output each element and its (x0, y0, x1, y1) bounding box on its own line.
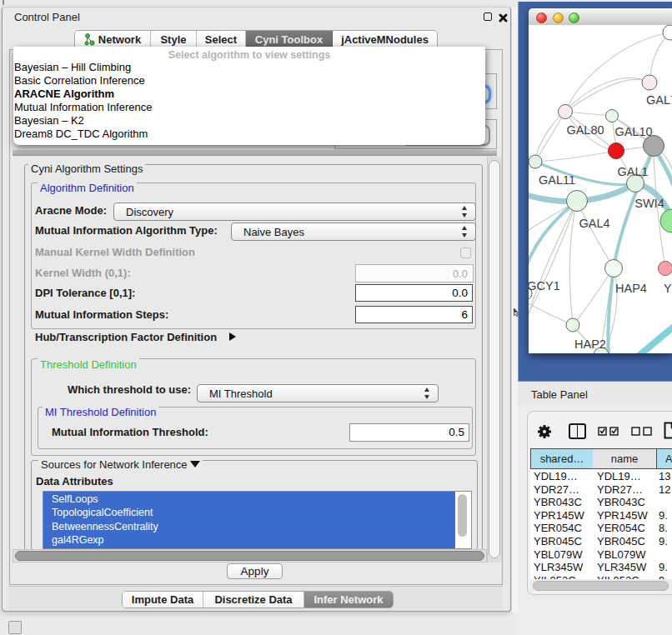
svg-text:GAL80: GAL80 (566, 123, 604, 137)
svg-text:GCY1: GCY1 (529, 279, 560, 292)
svg-text:GAL4: GAL4 (579, 217, 609, 230)
svg-text:GAL10: GAL10 (614, 125, 652, 138)
svg-text:HAP4: HAP4 (615, 282, 647, 295)
svg-text:SWI4: SWI4 (634, 197, 664, 210)
svg-text:HAP2: HAP2 (574, 338, 606, 351)
svg-text:GAL7: GAL7 (646, 93, 672, 107)
svg-text:GAL1: GAL1 (617, 165, 648, 178)
svg-text:GAL11: GAL11 (539, 173, 575, 187)
svg-text:YJ: YJ (664, 282, 672, 295)
